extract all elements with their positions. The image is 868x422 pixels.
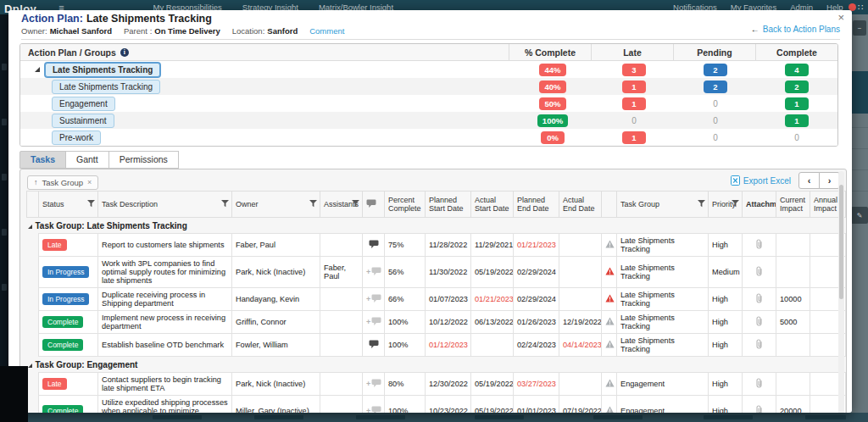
column-header-planned_start[interactable]: Planned Start Date: [426, 192, 471, 218]
status-cell: In Progress: [39, 257, 98, 288]
next-page-button[interactable]: ›: [819, 172, 840, 189]
add-comment-icon[interactable]: +: [366, 317, 381, 328]
assistants-cell: [320, 334, 363, 357]
attachment-cell[interactable]: [743, 234, 776, 257]
column-header-task_group[interactable]: Task Group: [617, 192, 709, 218]
task-row[interactable]: CompleteEstablish baseline OTD benchmark…: [27, 334, 846, 357]
task-row[interactable]: LateContact suppliers to begin tracking …: [27, 373, 846, 396]
actual-end-cell: [559, 257, 602, 288]
attachment-cell[interactable]: [743, 257, 776, 288]
column-header-status[interactable]: Status: [39, 192, 98, 218]
add-comment-icon[interactable]: +: [366, 294, 381, 305]
task-row[interactable]: CompleteUtilize expedited shipping proce…: [27, 396, 846, 414]
comment-cell[interactable]: +: [363, 288, 385, 311]
comment-cell[interactable]: [363, 234, 385, 257]
apps-grid-icon[interactable]: ∷: [858, 3, 863, 12]
group-row: Late Shipments Tracking44%324: [20, 61, 837, 78]
paperclip-icon[interactable]: [755, 381, 763, 390]
comment-icon[interactable]: [369, 242, 379, 251]
column-header-owner[interactable]: Owner: [232, 192, 320, 218]
column-header-late[interactable]: Late: [591, 44, 673, 60]
comment-icon[interactable]: [369, 342, 379, 351]
group-chip[interactable]: Pre-work: [52, 130, 101, 145]
column-header-current_impact[interactable]: Current Impact: [776, 192, 810, 218]
task-row[interactable]: LateReport to customers late shipmentsFa…: [27, 234, 846, 257]
paperclip-icon[interactable]: [755, 297, 763, 305]
planned-end-cell: 02/24/2023: [514, 334, 559, 357]
column-header-complete[interactable]: Complete: [755, 44, 837, 60]
comment-cell[interactable]: +: [363, 373, 385, 396]
close-icon[interactable]: ×: [837, 12, 844, 23]
status-cell: In Progress: [39, 288, 98, 311]
attachment-cell[interactable]: [743, 311, 776, 334]
task-group-header-row[interactable]: Task Group: Engagement: [27, 357, 846, 373]
group-row: Pre-work0%100: [20, 129, 837, 146]
planned-start-cell: 10/23/2022: [426, 396, 471, 414]
filter-icon[interactable]: [87, 200, 95, 209]
comment-cell[interactable]: +: [363, 311, 385, 334]
comment-cell[interactable]: +: [363, 257, 385, 288]
attachment-cell[interactable]: [743, 288, 776, 311]
assistants-cell: [320, 373, 363, 396]
group-chip[interactable]: Engagement: [52, 97, 115, 111]
collapse-caret-icon[interactable]: [28, 225, 32, 229]
group-percent-cell: 100%: [512, 114, 593, 127]
tab-permissions[interactable]: Permissions: [108, 151, 179, 169]
column-header-actual_end[interactable]: Actual End Date: [559, 192, 602, 218]
attachment-cell[interactable]: [743, 373, 776, 396]
group-chip[interactable]: Late Shipments Tracking: [52, 80, 160, 94]
remove-chip-icon[interactable]: ×: [87, 178, 92, 187]
priority-cell: High: [709, 334, 743, 357]
filter-icon[interactable]: [732, 200, 739, 209]
group-chip[interactable]: Late Shipments Tracking: [45, 63, 160, 77]
expand-caret-icon[interactable]: [35, 67, 40, 72]
attachment-cell[interactable]: [743, 334, 776, 357]
count-badge: 1: [622, 81, 646, 93]
paperclip-icon[interactable]: [755, 408, 763, 413]
column-header-percent-complete[interactable]: % Complete: [509, 44, 591, 60]
add-comment-icon[interactable]: +: [366, 406, 381, 414]
group-chip[interactable]: Sustainment: [52, 114, 114, 128]
filter-icon[interactable]: [352, 200, 359, 209]
column-header-assistants[interactable]: Assistants: [320, 192, 363, 218]
collapse-caret-icon[interactable]: [28, 364, 32, 368]
paperclip-icon[interactable]: [755, 269, 763, 278]
scrollbar-thumb[interactable]: [839, 185, 843, 299]
task-row[interactable]: CompleteImplement new process in receivi…: [27, 311, 846, 334]
comment-cell[interactable]: +: [363, 396, 385, 414]
filter-icon[interactable]: [309, 200, 317, 209]
export-excel-button[interactable]: Export Excel: [731, 175, 791, 186]
task-row[interactable]: In ProgressDuplicate receiving process i…: [27, 288, 846, 311]
task-group-header-row[interactable]: Task Group: Late Shipments Tracking: [27, 218, 846, 234]
column-header-planned_end[interactable]: Planned End Date: [514, 192, 559, 218]
paperclip-icon[interactable]: [755, 342, 763, 351]
filter-icon[interactable]: [221, 200, 229, 209]
tab-gantt[interactable]: Gantt: [65, 151, 109, 169]
prev-page-button[interactable]: ‹: [798, 172, 820, 189]
column-header-actual_start[interactable]: Actual Start Date: [471, 192, 514, 218]
column-header-attachment[interactable]: Attachment: [743, 192, 776, 218]
column-header-desc[interactable]: Task Description: [98, 192, 232, 218]
back-to-action-plans-link[interactable]: ←Back to Action Plans: [751, 25, 840, 34]
tab-tasks[interactable]: Tasks: [19, 151, 66, 169]
paperclip-icon[interactable]: [755, 319, 763, 328]
attachment-cell[interactable]: [743, 396, 776, 414]
column-header-priority[interactable]: Priority: [709, 192, 743, 218]
column-header-pending[interactable]: Pending: [673, 44, 755, 60]
column-header-comment[interactable]: [363, 192, 385, 218]
info-icon[interactable]: i: [120, 48, 129, 57]
comment-link[interactable]: Comment: [309, 26, 344, 36]
add-comment-icon[interactable]: +: [366, 379, 381, 390]
vertical-scrollbar[interactable]: [838, 171, 844, 413]
column-header-percent[interactable]: Percent Complete: [385, 192, 426, 218]
add-comment-icon[interactable]: +: [366, 267, 381, 278]
column-label: Planned Start Date: [429, 196, 464, 213]
filter-icon[interactable]: [698, 200, 705, 209]
comment-cell[interactable]: [363, 334, 385, 357]
paperclip-icon[interactable]: [755, 242, 763, 251]
owner-cell: Fowler, William: [232, 334, 320, 357]
task-description-cell: Contact suppliers to begin tracking late…: [98, 373, 232, 396]
task-group-sort-chip[interactable]: ↑ Task Group ×: [27, 175, 98, 190]
priority-cell: High: [709, 311, 743, 334]
task-row[interactable]: In ProgressWork with 3PL companies to fi…: [27, 257, 846, 288]
